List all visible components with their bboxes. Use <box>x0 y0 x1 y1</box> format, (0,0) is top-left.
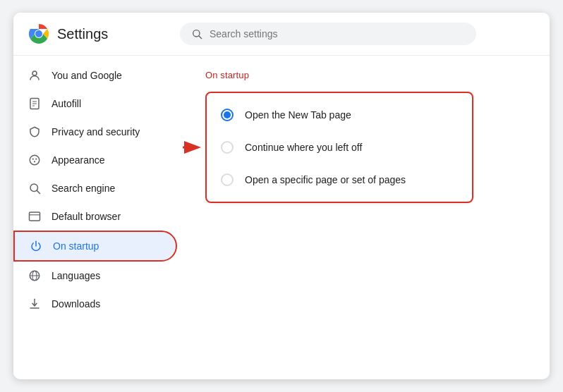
option-label-continue: Continue where you left off <box>245 142 362 153</box>
logo-area: Settings <box>28 23 169 45</box>
sidebar-label-languages: Languages <box>52 270 163 281</box>
chrome-logo-icon <box>28 23 50 45</box>
svg-line-4 <box>199 36 202 39</box>
option-continue[interactable]: Continue where you left off <box>207 131 472 164</box>
option-specific-page[interactable]: Open a specific page or set of pages <box>207 164 472 196</box>
search-bar[interactable] <box>180 23 476 45</box>
option-label-new-tab: Open the New Tab page <box>245 109 351 121</box>
sidebar-label-appearance: Appearance <box>52 154 163 166</box>
startup-options-card: Open the New Tab page Continue where you… <box>205 92 473 203</box>
sidebar-item-on-startup[interactable]: On startup <box>13 231 177 262</box>
sidebar-item-privacy[interactable]: Privacy and security <box>13 118 177 146</box>
sidebar: You and Google Autofill Privacy and secu… <box>13 56 183 379</box>
sidebar-label-downloads: Downloads <box>52 298 163 310</box>
shield-icon <box>28 125 42 139</box>
sidebar-item-you-and-google[interactable]: You and Google <box>13 61 177 90</box>
settings-window: Settings You and Google Autof <box>13 13 550 379</box>
svg-point-10 <box>30 155 40 165</box>
header: Settings <box>13 13 550 56</box>
search-input[interactable] <box>210 28 465 39</box>
svg-point-13 <box>34 161 35 162</box>
sidebar-label-on-startup: On startup <box>53 240 162 252</box>
sidebar-item-downloads[interactable]: Downloads <box>13 290 177 318</box>
sidebar-label-you-and-google: You and Google <box>52 70 163 81</box>
annotation-arrow-icon <box>183 133 205 161</box>
palette-icon <box>28 153 42 167</box>
search-engine-icon <box>28 181 42 195</box>
sidebar-item-autofill[interactable]: Autofill <box>13 90 177 118</box>
svg-point-12 <box>35 158 37 159</box>
svg-point-11 <box>32 158 34 159</box>
radio-inner-new-tab <box>224 111 231 118</box>
receipt-icon <box>28 97 42 111</box>
person-icon <box>28 68 42 82</box>
content-area: On startup Open <box>183 56 550 379</box>
section-title: On startup <box>205 70 527 80</box>
option-label-specific-page: Open a specific page or set of pages <box>245 174 406 185</box>
download-icon <box>28 297 42 311</box>
sidebar-item-default-browser[interactable]: Default browser <box>13 202 177 231</box>
radio-new-tab[interactable] <box>221 109 234 121</box>
search-icon <box>191 28 202 39</box>
power-icon <box>29 239 43 253</box>
sidebar-label-autofill: Autofill <box>52 98 163 109</box>
svg-point-2 <box>35 30 42 37</box>
sidebar-label-default-browser: Default browser <box>52 211 163 222</box>
language-icon <box>28 269 42 283</box>
main-content: You and Google Autofill Privacy and secu… <box>13 56 550 379</box>
sidebar-item-appearance[interactable]: Appearance <box>13 146 177 174</box>
radio-continue[interactable] <box>221 141 234 154</box>
option-new-tab[interactable]: Open the New Tab page <box>207 99 472 131</box>
svg-rect-16 <box>30 212 40 221</box>
sidebar-label-privacy: Privacy and security <box>52 126 163 137</box>
sidebar-item-languages[interactable]: Languages <box>13 262 177 290</box>
page-title: Settings <box>57 26 108 42</box>
web-icon <box>28 209 42 223</box>
radio-specific-page[interactable] <box>221 173 234 186</box>
svg-point-5 <box>32 71 37 75</box>
sidebar-item-search-engine[interactable]: Search engine <box>13 174 177 202</box>
sidebar-label-search-engine: Search engine <box>52 183 163 194</box>
svg-line-15 <box>37 190 40 193</box>
options-wrapper: Open the New Tab page Continue where you… <box>205 92 527 203</box>
